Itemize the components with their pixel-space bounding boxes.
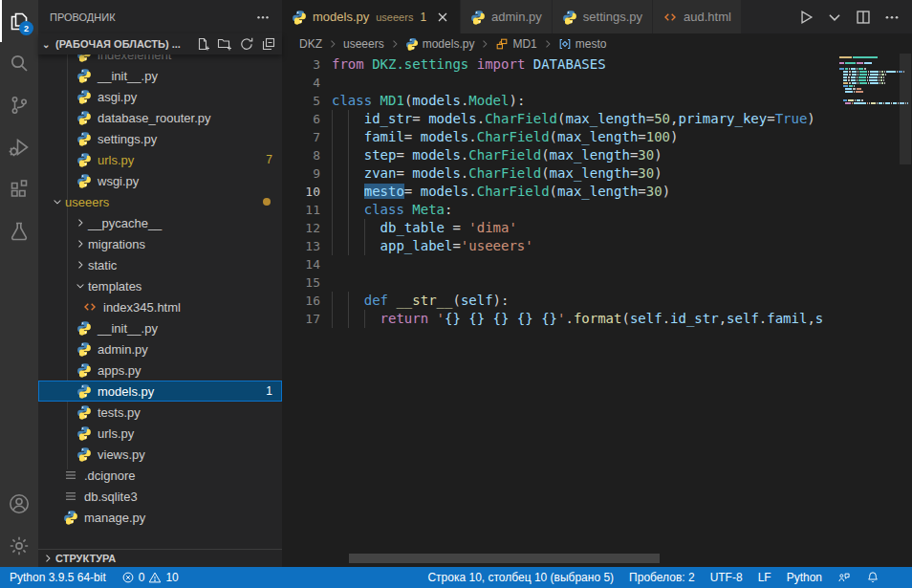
breadcrumb-item-useeers[interactable]: useeers [343, 37, 384, 51]
code-line-6[interactable]: 6id_str= models.CharField(max_length=50,… [282, 110, 912, 128]
encoding-label: UTF-8 [710, 571, 743, 584]
minimap[interactable] [839, 54, 899, 567]
tree-item-manage-py[interactable]: manage.py [38, 507, 282, 528]
horizontal-scrollbar[interactable] [349, 554, 660, 563]
new-folder-button[interactable] [217, 36, 232, 52]
refresh-explorer-button[interactable] [239, 36, 254, 52]
tree-item-static[interactable]: static [38, 254, 282, 275]
tree-item-init-py[interactable]: __init__.py [38, 317, 282, 338]
breadcrumb-item-dkz[interactable]: DKZ [299, 37, 322, 51]
code-line-4[interactable]: 4 [282, 74, 912, 92]
vertical-scrollbar[interactable] [899, 54, 912, 567]
activity-extensions[interactable] [0, 168, 38, 210]
code-line-13[interactable]: 13app_label='useeers' [282, 237, 912, 255]
activity-manage[interactable] [0, 525, 38, 567]
tree-item-label: static [88, 258, 117, 272]
tab-aud-html[interactable]: aud.html [653, 0, 742, 33]
tree-item-models-py[interactable]: models.py1 [38, 381, 282, 402]
code-line-5[interactable]: 5class MD1(models.Model): [282, 92, 912, 110]
code-line-8[interactable]: 8step= models.CharField(max_length=30) [282, 146, 912, 164]
warning-icon [148, 571, 162, 584]
activity-accounts[interactable] [0, 483, 38, 525]
workspace-section-header[interactable]: ⌄ (РАБОЧАЯ ОБЛАСТЬ) ... [38, 33, 282, 54]
tree-item-db-sqlite3[interactable]: db.sqlite3 [38, 486, 282, 507]
tree-item-label: urls.py [98, 153, 134, 167]
tree-item-dcignore[interactable]: .dcignore [38, 465, 282, 486]
outline-section-header[interactable]: СТРУКТУРА [38, 549, 282, 567]
end-of-line-status[interactable]: LF [750, 567, 779, 588]
line-number: 10 [282, 183, 320, 201]
run-dropdown-button[interactable] [826, 9, 843, 26]
tree-item-index345-html[interactable]: index345.html [38, 296, 282, 317]
tree-item-wsgi-py[interactable]: wsgi.py [38, 170, 282, 191]
tree-item-apps-py[interactable]: apps.py [38, 359, 282, 381]
tree-item-urls-py[interactable]: urls.py [38, 423, 282, 444]
tab-settings-py[interactable]: settings.py [553, 0, 653, 33]
tree-item-database-roouter-py[interactable]: database_roouter.py [38, 107, 282, 128]
line-number: 15 [282, 273, 320, 292]
tree-item-views-py[interactable]: views.py [38, 444, 282, 465]
cursor-position-status[interactable]: Строка 10, столбец 10 (выбрано 5) [418, 567, 621, 588]
tree-item-useeers[interactable]: useeers [38, 191, 282, 212]
activity-search[interactable] [0, 42, 38, 84]
views-and-more-actions-button[interactable] [255, 10, 271, 25]
code-line-17[interactable]: 17return '{} {} {} {} {}'.format(self.id… [282, 310, 912, 328]
problems-status[interactable]: 0 10 [114, 567, 186, 588]
tree-item-indexelement[interactable]: indexelement [38, 54, 282, 65]
code-line-11[interactable]: 11class Meta: [282, 201, 912, 219]
encoding-status[interactable]: UTF-8 [703, 567, 750, 588]
tab-bar: models.pyuseeers1admin.pysettings.pyaud.… [282, 0, 912, 33]
close-tab-button[interactable] [435, 10, 450, 25]
collapse-folders-button[interactable] [261, 36, 276, 52]
tree-item-tests-py[interactable]: tests.py [38, 402, 282, 423]
tree-item-settings-py[interactable]: settings.py [38, 128, 282, 149]
activity-run-and-debug[interactable] [0, 126, 38, 168]
code-line-14[interactable]: 14 [282, 255, 912, 273]
tree-item-urls-py[interactable]: urls.py7 [38, 149, 282, 170]
feedback-status[interactable] [830, 567, 858, 588]
chevron-down-icon: ⌄ [42, 39, 55, 50]
tab-label: admin.py [491, 10, 542, 24]
tree-item-init-py[interactable]: __init__.py [38, 65, 282, 86]
tree-item-label: wsgi.py [98, 174, 139, 188]
code-line-9[interactable]: 9zvan= models.CharField(max_length=30) [282, 164, 912, 183]
outline-label: СТРУКТУРА [55, 553, 116, 564]
tree-item-migrations[interactable]: migrations [38, 233, 282, 254]
tab-models-py[interactable]: models.pyuseeers1 [282, 0, 461, 33]
tree-item-asgi-py[interactable]: asgi.py [38, 86, 282, 107]
tree-item-pycache[interactable]: __pycache__ [38, 212, 282, 233]
tree-item-templates[interactable]: templates [38, 275, 282, 296]
modified-dot [263, 198, 271, 206]
tab-admin-py[interactable]: admin.py [461, 0, 553, 33]
python-icon [76, 89, 92, 104]
breadcrumb-item-md1[interactable]: MD1 [495, 37, 536, 51]
python-icon [76, 110, 92, 125]
split-editor-button[interactable] [855, 9, 872, 26]
python-interpreter-status[interactable]: Python 3.9.5 64-bit [0, 567, 114, 588]
code-line-3[interactable]: 3from DKZ.settings import DATABASES [282, 55, 912, 74]
error-icon [121, 571, 135, 584]
indentation-status[interactable]: Пробелов: 2 [621, 567, 703, 588]
end-of-line-label: LF [758, 571, 771, 584]
code-line-10[interactable]: 10mesto= models.CharField(max_length=30) [282, 183, 912, 201]
code-line-7[interactable]: 7famil= models.CharField(max_length=100) [282, 128, 912, 146]
python-icon [76, 68, 92, 83]
python-icon [76, 54, 92, 62]
activity-testing[interactable] [0, 210, 38, 252]
code-line-12[interactable]: 12db_table = 'dima' [282, 219, 912, 237]
activity-source-control[interactable] [0, 84, 38, 126]
activity-explorer[interactable]: 2 [0, 0, 38, 42]
run-python-file-button[interactable] [797, 9, 814, 26]
code-line-16[interactable]: 16def __str__(self): [282, 292, 912, 310]
breadcrumb-item-models-py[interactable]: models.py [405, 37, 475, 51]
code-editor[interactable]: 3from DKZ.settings import DATABASES45cla… [282, 54, 912, 567]
new-file-button[interactable] [195, 36, 210, 52]
notifications-status[interactable] [858, 567, 887, 588]
tree-item-admin-py[interactable]: admin.py [38, 338, 282, 359]
line-number: 9 [282, 164, 320, 183]
language-mode-status[interactable]: Python [779, 567, 830, 588]
more-actions-button[interactable] [883, 9, 901, 26]
breadcrumb-item-mesto[interactable]: mesto [558, 37, 607, 51]
code-line-15[interactable]: 15 [282, 273, 912, 292]
tree-item-label: asgi.py [98, 90, 137, 104]
